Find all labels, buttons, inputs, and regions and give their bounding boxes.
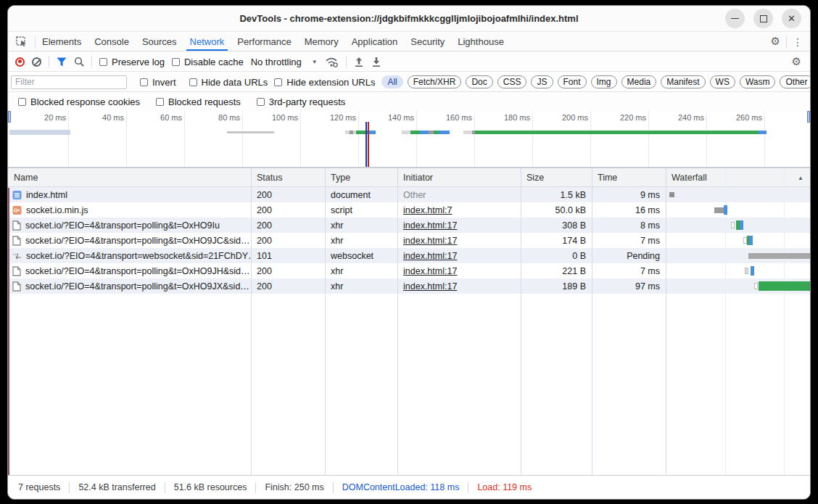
waterfall-bar (748, 253, 811, 259)
column-header-status[interactable]: Status (251, 173, 325, 183)
overview-right-handle[interactable] (807, 111, 810, 123)
export-har-icon[interactable] (371, 57, 381, 67)
filter-pill-img[interactable]: Img (591, 75, 617, 88)
initiator-link[interactable]: index.html:17 (403, 251, 457, 261)
close-button[interactable]: ✕ (782, 9, 801, 28)
overview-bar (439, 131, 450, 134)
disable-cache-checkbox[interactable]: Disable cache (172, 57, 244, 67)
initiator-link[interactable]: index.html:17 (403, 266, 457, 276)
waterfall-bar (759, 281, 811, 291)
filter-pill-font[interactable]: Font (558, 75, 587, 88)
tab-application[interactable]: Application (345, 33, 405, 51)
overview-bar (463, 131, 472, 134)
table-row[interactable]: socket.io/?EIO=4&transport=polling&t=OxH… (8, 218, 810, 233)
filter-pill-ws[interactable]: WS (710, 75, 735, 88)
devtools-window: DevTools - chrome-extension://jdgkbifmkk… (7, 5, 811, 500)
filter-pill-media[interactable]: Media (621, 75, 657, 88)
tab-memory[interactable]: Memory (298, 33, 345, 51)
hide-data-urls-checkbox[interactable]: Hide data URLs (189, 77, 268, 88)
column-header-type[interactable]: Type (325, 173, 397, 183)
overview-bar (402, 131, 410, 134)
minimize-button[interactable] (725, 9, 745, 28)
timeline-tick: 180 ms (488, 113, 530, 122)
column-header-time[interactable]: Time (592, 173, 666, 183)
table-row[interactable]: socket.io/?EIO=4&transport=websocket&sid… (8, 248, 810, 263)
import-har-icon[interactable] (354, 57, 364, 67)
minimize-icon (731, 18, 739, 20)
tab-performance[interactable]: Performance (231, 33, 297, 51)
chevron-down-icon: ▼ (312, 59, 318, 65)
record-network-log-button[interactable] (15, 57, 25, 67)
tab-elements[interactable]: Elements (36, 33, 88, 51)
tab-lighthouse[interactable]: Lighthouse (451, 33, 511, 51)
initiator-link[interactable]: index.html:17 (403, 220, 457, 231)
file-icon (12, 236, 21, 246)
throttling-dropdown[interactable]: No throttling▼ (251, 57, 318, 67)
tab-console[interactable]: Console (88, 33, 136, 51)
column-header-size[interactable]: Size (521, 173, 592, 183)
tab-network[interactable]: Network (183, 33, 231, 51)
filter-pill-manifest[interactable]: Manifest (661, 75, 705, 88)
filter-pill-doc[interactable]: Doc (466, 75, 492, 88)
network-status-bar: 7 requests 52.4 kB transferred 51.6 kB r… (8, 475, 810, 499)
timeline-tick: 100 ms (256, 113, 298, 122)
table-row[interactable]: socket.io/?EIO=4&transport=polling&t=OxH… (8, 233, 810, 248)
network-overview-timeline[interactable]: 20 ms 40 ms 60 ms 80 ms 100 ms 120 ms 14… (8, 111, 810, 168)
window-title: DevTools - chrome-extension://jdgkbifmkk… (239, 13, 578, 24)
inspect-element-button[interactable] (8, 36, 36, 49)
filter-pill-other[interactable]: Other (780, 75, 811, 88)
filter-funnel-icon[interactable] (57, 57, 67, 67)
overview-left-handle[interactable] (8, 111, 11, 123)
overview-bar (475, 131, 759, 134)
search-icon[interactable] (74, 57, 84, 67)
overview-bar (410, 131, 420, 134)
initiator-link[interactable]: index.html:17 (403, 281, 457, 292)
file-icon (12, 220, 21, 231)
tab-sources[interactable]: Sources (136, 33, 183, 51)
more-options-kebab-icon[interactable]: ⋮ (793, 36, 803, 48)
overview-bar (420, 131, 429, 134)
finish-time: Finish: 250 ms (265, 482, 323, 492)
sort-ascending-icon[interactable]: ▲ (798, 175, 803, 181)
domcontentloaded-time: DOMContentLoaded: 118 ms (342, 482, 460, 492)
hide-extension-urls-checkbox[interactable]: Hide extension URLs (274, 77, 375, 88)
clear-network-log-button[interactable] (32, 57, 41, 67)
table-row[interactable]: socket.io.min.js 200 script index.html:7… (8, 202, 810, 218)
initiator-link[interactable]: index.html:17 (403, 236, 457, 246)
invert-checkbox[interactable]: Invert (140, 77, 176, 88)
filter-pill-css[interactable]: CSS (497, 75, 527, 88)
column-header-name[interactable]: Name (8, 173, 251, 183)
overview-bar (9, 130, 70, 135)
filter-pill-js[interactable]: JS (531, 75, 553, 88)
script-icon (12, 205, 22, 215)
overview-bar (227, 131, 274, 133)
filter-pill-fetch-xhr[interactable]: Fetch/XHR (408, 75, 462, 88)
filter-pill-all[interactable]: All (381, 75, 402, 88)
column-header-waterfall[interactable]: Waterfall (666, 173, 810, 183)
filter-pill-wasm[interactable]: Wasm (740, 75, 776, 88)
timeline-tick: 120 ms (314, 113, 356, 122)
load-time: Load: 119 ms (477, 482, 532, 492)
blocked-requests-bar: Blocked response cookies Blocked request… (8, 93, 810, 111)
load-event-line (8, 188, 9, 475)
tab-security[interactable]: Security (404, 33, 451, 51)
table-row[interactable]: socket.io/?EIO=4&transport=polling&t=OxH… (8, 263, 810, 278)
preserve-log-checkbox[interactable]: Preserve log (99, 57, 165, 67)
blocked-requests-checkbox[interactable]: Blocked requests (156, 96, 241, 107)
table-row[interactable]: socket.io/?EIO=4&transport=polling&t=OxH… (8, 278, 810, 294)
column-header-initiator[interactable]: Initiator (397, 173, 521, 183)
third-party-requests-checkbox[interactable]: 3rd-party requests (257, 96, 346, 107)
settings-gear-icon[interactable]: ⚙ (771, 36, 780, 47)
blocked-response-cookies-checkbox[interactable]: Blocked response cookies (18, 96, 140, 107)
waterfall-bar (751, 266, 754, 276)
network-filter-bar: Invert Hide data URLs Hide extension URL… (8, 73, 810, 92)
maximize-button[interactable] (753, 9, 773, 28)
waterfall-bar (724, 205, 727, 215)
initiator-link[interactable]: index.html:7 (403, 205, 452, 215)
table-row[interactable]: index.html 200 document Other 1.5 kB 9 m… (8, 187, 810, 202)
file-icon (12, 281, 21, 292)
overview-bar (434, 131, 439, 134)
network-settings-gear-icon[interactable]: ⚙ (792, 55, 801, 68)
filter-input[interactable] (11, 75, 127, 89)
network-conditions-icon[interactable] (325, 57, 339, 67)
